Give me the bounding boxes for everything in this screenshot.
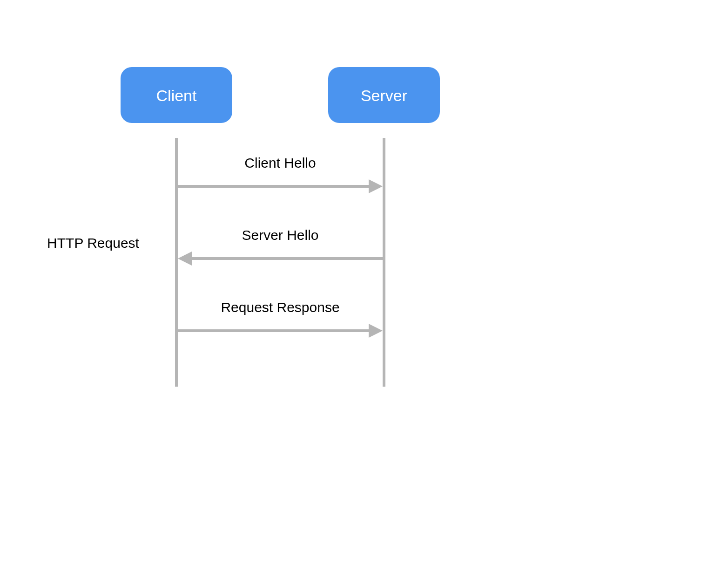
- sequence-diagram: Client Server Client Hello Server Hello …: [0, 0, 728, 586]
- message-client-hello: Client Hello: [178, 155, 383, 193]
- participant-server: Server: [328, 67, 440, 123]
- arrowhead-left-icon: [178, 252, 192, 266]
- arrowhead-right-icon: [369, 179, 383, 193]
- message-client-hello-label: Client Hello: [244, 155, 316, 170]
- participant-client: Client: [121, 67, 232, 123]
- arrowhead-right-icon: [369, 324, 383, 338]
- message-request-response-label: Request Response: [221, 300, 339, 315]
- participant-server-label: Server: [361, 87, 407, 104]
- participant-client-label: Client: [156, 87, 197, 104]
- message-server-hello-label: Server Hello: [242, 227, 318, 243]
- side-label-http-request: HTTP Request: [47, 235, 140, 251]
- message-server-hello: Server Hello: [178, 227, 383, 266]
- message-request-response: Request Response: [178, 300, 383, 338]
